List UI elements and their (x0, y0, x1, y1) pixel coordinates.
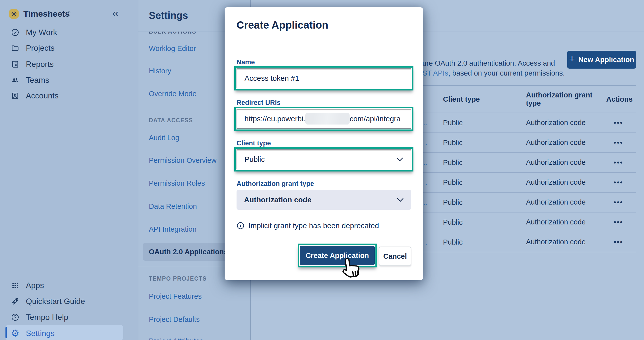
modal-title: Create Application (236, 19, 328, 31)
name-label: Name (236, 58, 255, 66)
settings-item-api-integration[interactable]: API Integration (149, 225, 196, 234)
settings-item-project-defaults[interactable]: Project Defaults (149, 316, 200, 324)
client-type-label: Client type (236, 140, 271, 147)
redirect-uris-label: Redirect URIs (236, 99, 280, 106)
settings-item-project-attributes[interactable]: Project Attributes (149, 337, 203, 340)
section-header-tempo-projects: TEMPO PROJECTS (149, 276, 207, 282)
sidebar-item-apps[interactable]: Apps (11, 281, 44, 290)
section-header-bulk-actions: BULK ACTIONS (149, 32, 196, 35)
settings-item-oauth-applications[interactable]: OAuth 2.0 Applications (149, 248, 228, 256)
sidebar-item-settings[interactable]: ⚙ Settings (11, 328, 55, 338)
check-circle-icon (11, 28, 20, 36)
report-icon (11, 60, 20, 68)
sidebar-item-reports[interactable]: Reports (11, 60, 54, 69)
new-application-button[interactable]: + New Application (567, 51, 636, 68)
settings-item-project-features[interactable]: Project Features (149, 292, 202, 300)
column-header-grant-type: Authorization grant type (522, 91, 604, 108)
row-actions-menu-icon[interactable]: ••• (604, 218, 636, 226)
settings-item-permission-roles[interactable]: Permission Roles (149, 179, 205, 188)
row-actions-menu-icon[interactable]: ••• (604, 139, 636, 147)
teams-icon (11, 76, 20, 84)
row-actions-menu-icon[interactable]: ••• (604, 158, 636, 166)
info-icon (236, 222, 244, 230)
app-title: Timesheets (23, 9, 70, 19)
starburst-icon: ✳ (11, 10, 17, 18)
sidebar-item-my-work[interactable]: My Work (11, 28, 57, 37)
section-header-data-access: DATA ACCESS (149, 117, 193, 124)
sidebar-active-indicator (6, 327, 7, 338)
hand-cursor-icon (341, 256, 362, 280)
accounts-icon (11, 92, 20, 100)
page-description-line1: ure OAuth 2.0 authentication. Access and (422, 59, 555, 67)
tempo-logo: ✳ (9, 9, 19, 19)
row-actions-menu-icon[interactable]: ••• (604, 178, 636, 186)
apps-grid-icon (11, 281, 20, 290)
settings-panel-title: Settings (149, 10, 188, 21)
chevron-down-icon (396, 157, 403, 161)
submit-button-highlight: Create Application (298, 244, 377, 268)
sidebar-item-accounts[interactable]: Accounts (11, 91, 59, 100)
grant-type-label: Authorization grant type (236, 180, 314, 188)
sidebar-item-quickstart-guide[interactable]: Quickstart Guide (11, 297, 85, 306)
redacted-blur (305, 113, 350, 124)
settings-item-override-mode[interactable]: Override Mode (149, 90, 196, 98)
name-input[interactable] (236, 68, 411, 88)
sidebar-item-tempo-help[interactable]: Tempo Help (11, 313, 68, 322)
divider (236, 43, 411, 43)
rest-apis-link[interactable]: ST APIs (422, 69, 448, 77)
column-header-actions: Actions (604, 95, 636, 104)
redirect-uris-input[interactable]: https://eu.powerbi. com/api/integra (236, 109, 411, 129)
grant-type-select[interactable]: Authorization code (236, 190, 411, 210)
row-actions-menu-icon[interactable]: ••• (604, 198, 636, 206)
cancel-button[interactable]: Cancel (379, 246, 411, 266)
row-actions-menu-icon[interactable]: ••• (604, 119, 636, 127)
rocket-icon (11, 297, 20, 306)
column-header-client-type: Client type (440, 95, 522, 104)
settings-item-data-retention[interactable]: Data Retention (149, 202, 197, 210)
create-application-button[interactable]: Create Application (300, 246, 375, 265)
redirect-uris-highlight: https://eu.powerbi. com/api/integra (234, 106, 414, 131)
info-message: Implicit grant type has been deprecated (236, 222, 379, 230)
folder-icon (11, 44, 20, 52)
settings-item-worklog-editor[interactable]: Worklog Editor (149, 44, 196, 53)
chevron-down-icon (397, 198, 404, 202)
settings-item-history[interactable]: History (149, 67, 171, 75)
sidebar-item-teams[interactable]: Teams (11, 76, 49, 85)
name-field-highlight (234, 66, 414, 90)
primary-sidebar: ✳ Timesheets « My Work Projects Reports … (0, 0, 138, 340)
create-application-modal: Create Application Name Redirect URIs ht… (224, 7, 423, 280)
client-type-highlight: Public (234, 147, 414, 172)
collapse-sidebar-icon[interactable]: « (112, 7, 119, 19)
client-type-select[interactable]: Public (236, 149, 411, 169)
sidebar-item-projects[interactable]: Projects (11, 44, 55, 53)
settings-item-audit-log[interactable]: Audit Log (149, 134, 180, 142)
row-actions-menu-icon[interactable]: ••• (604, 238, 636, 246)
settings-item-permission-overview[interactable]: Permission Overview (149, 156, 216, 164)
help-circle-icon (11, 313, 20, 321)
plus-icon: + (569, 54, 575, 64)
page-description-line2: ST APIs, based on your current permissio… (422, 69, 565, 77)
gear-icon: ⚙ (11, 328, 20, 338)
app-switcher-icon[interactable] (66, 11, 71, 17)
